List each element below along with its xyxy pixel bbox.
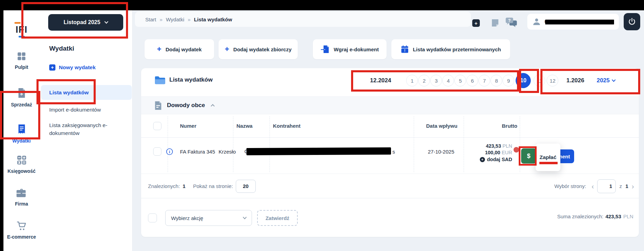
submenu-item-lista-wydatkow[interactable]: Lista wydatków [41,85,132,100]
sidebar-item-ecommerce[interactable]: E-commerce [3,221,40,240]
file-upload-icon [321,45,330,53]
month-7[interactable]: 7 [478,75,490,86]
confirm-button[interactable]: Zatwierdź [257,210,298,226]
section-dowody-obce[interactable]: Dowody obce [141,96,639,114]
breadcrumb-home[interactable]: Start [145,17,156,22]
app-logo[interactable]: IFI [3,22,40,38]
cell-nazwa: Krzesło [219,149,236,155]
month-8[interactable]: 8 [490,75,502,86]
next-page-arrow[interactable]: › [632,183,634,190]
sidebar-item-label: Sprzedaż [3,102,40,107]
table-header: Numer Nazwa Kontrahent Data wpływu Brutt… [141,114,639,138]
submenu-item-label: Lista wydatków [49,90,89,96]
plus-icon: + [49,64,55,71]
button-label: Dodaj wydatek zbiorczy [233,46,292,52]
col-kontrahent: Kontrahent [273,114,300,138]
select-all-checkbox[interactable] [153,122,161,130]
breadcrumb-separator: » [160,17,162,22]
per-page-label: Pokaż na stronie: [193,183,233,189]
sidebar-item-label: Pulpit [3,64,40,70]
add-expense-button[interactable]: + Dodaj wydatek [145,39,214,59]
new-expense-link[interactable]: + Nowy wydatek [49,64,96,71]
document-icon [154,101,162,110]
breadcrumb-separator: » [188,17,190,22]
logo-orange-bar [14,22,21,24]
month-next-year[interactable]: 1.2026 [566,77,584,84]
col-nazwa: Nazwa [236,114,253,138]
bulk-select-checkbox[interactable] [148,213,157,222]
month-1[interactable]: 1 [406,75,418,86]
logout-button[interactable] [624,13,640,30]
chevron-down-icon [243,215,246,219]
per-page-input[interactable] [236,180,256,193]
cell-numer[interactable]: FA Faktura 345 [180,149,215,155]
month-pagination: 12.2024 1 2 3 4 5 6 7 8 9 10 11 12 1.202… [370,71,615,90]
svg-text:!: ! [404,49,405,53]
logo-blue-bar [19,36,25,38]
submenu-item-lista-zaksiegowanych[interactable]: Lista zaksięgowanych e-dokumentów [49,121,125,137]
sidebar-item-firma[interactable]: Firma [3,188,40,207]
month-12[interactable]: 12 [547,75,558,86]
submenu-item-label: Import e-dokumentów [49,107,101,113]
breadcrumb-section[interactable]: Wydatki [166,17,184,22]
cell-data-wplywu: 27-10-2025 [428,149,454,155]
prev-page-arrow[interactable]: ‹ [592,183,594,190]
cell-kontrahent-suffix: s [392,149,395,155]
sidebar-item-pulpit[interactable]: Pulpit [3,52,40,70]
add-bulk-expense-button[interactable]: + Dodaj wydatek zbiorczy [219,39,298,59]
submenu-heading: Wydatki [49,45,74,52]
plus-icon: + [225,45,229,53]
svg-text:i: i [169,150,170,154]
panel-title: Lista wydatków [169,76,213,83]
sidebar-item-ksiegowosc[interactable]: Księgowość [3,155,40,174]
app-window: IFI Pulpit $ Sprzedaż Wydatki [0,0,644,251]
redaction-bar [246,147,391,155]
row-checkbox[interactable] [153,147,161,156]
month-10-active[interactable]: 10 [516,73,531,88]
month-4[interactable]: 4 [442,75,454,86]
upload-edocument-button[interactable]: Wgraj e-dokument [313,39,387,59]
cell-brutto: 423,53 PLN 100,00 EUR + dodaj SAD [467,143,512,162]
month-9[interactable]: 9 [503,75,514,86]
overdue-expenses-button[interactable]: ! Lista wydatków przeterminowanych [391,39,510,59]
sidebar-item-wydatki[interactable]: Wydatki [3,124,40,144]
month-6[interactable]: 6 [466,75,478,86]
page-label: Wybór strony: [554,183,586,189]
svg-text:?: ? [508,18,510,23]
redaction-bar [545,20,614,24]
add-sad-link[interactable]: + dodaj SAD [467,157,512,162]
page-selector: Wybór strony: ‹ z 1 › [554,174,634,198]
confirm-label: Zatwierdź [265,215,289,221]
unpaid-status-dot [514,147,519,153]
sidebar-item-label: Firma [3,201,40,207]
month-3[interactable]: 3 [430,75,442,86]
note-icon [491,19,499,27]
notes-button[interactable] [491,19,499,29]
sidebar-item-label: E-commerce [3,234,40,240]
pay-dollar-button[interactable]: $ [521,148,536,164]
amount-eur: 100,00 EUR [467,150,512,155]
year-selector[interactable]: 2025 [597,77,615,84]
col-brutto: Brutto [502,114,517,138]
month-prev-year[interactable]: 12.2024 [370,77,391,84]
icon-sidebar: IFI Pulpit $ Sprzedaż Wydatki [3,10,40,251]
submenu-sidebar: Listopad 2025 Wydatki + Nowy wydatek Lis… [40,10,133,251]
page-input[interactable] [597,179,616,193]
plus-icon: + [475,20,478,26]
help-chat-button[interactable]: ? [505,17,518,29]
submenu-item-import-edokumentow[interactable]: Import e-dokumentów [49,107,101,113]
button-label: Wgraj e-dokument [334,46,379,52]
month-2[interactable]: 2 [418,75,430,86]
info-icon[interactable]: i [166,148,173,155]
pay-tooltip-label[interactable]: Zapłać [539,154,556,160]
month-selector-button[interactable]: Listopad 2025 [48,14,123,31]
month-11[interactable]: 11 [534,75,545,86]
action-select[interactable]: Wybierz akcję [165,210,252,226]
user-menu[interactable]: UŻYTKOWNIKADAMMIARA [527,14,619,30]
quick-add-button[interactable]: + [472,19,480,27]
col-numer: Numer [180,114,197,138]
sidebar-item-sprzedaz[interactable]: $ Sprzedaż [3,87,40,107]
results-summary: Znalezionych: 1 Pokaż na stronie: [148,174,256,198]
section-title: Dowody obce [167,102,205,109]
month-5[interactable]: 5 [454,75,466,86]
